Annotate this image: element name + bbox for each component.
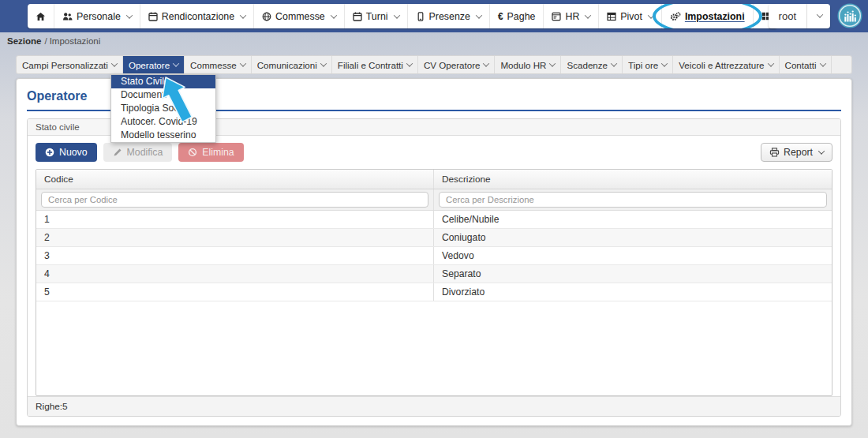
chevron-down-icon xyxy=(549,60,556,66)
menu-item-autocer-covid-19[interactable]: Autocer. Covid-19 xyxy=(111,115,215,129)
document-window-icon xyxy=(552,12,561,21)
subnav-item-scadenze[interactable]: Scadenze xyxy=(561,56,623,73)
user-menu-caret[interactable] xyxy=(806,4,830,28)
column-header-codice[interactable]: Codice xyxy=(36,170,434,189)
subnav-item-filiali-e-contratti[interactable]: Filiali e Contratti xyxy=(332,56,418,73)
tablet-icon xyxy=(416,12,425,21)
nav-item-presenze[interactable]: Presenze xyxy=(408,4,490,28)
nav-item-personale[interactable]: Personale xyxy=(54,4,140,28)
nav-item-label: Presenze xyxy=(429,11,470,22)
plus-circle-icon xyxy=(45,148,54,157)
chevron-down-icon xyxy=(767,60,773,66)
chevron-down-icon xyxy=(611,60,617,66)
navbar-right: root xyxy=(769,3,862,28)
subnav-item-comunicazioni[interactable]: Comunicazioni xyxy=(252,56,332,73)
menu-item-modello-tesserino[interactable]: Modello tesserino xyxy=(111,129,215,142)
top-navbar: Personale Rendicontazione Commesse Turni… xyxy=(0,0,868,32)
calendar-icon xyxy=(353,12,362,21)
filter-descrizione-input[interactable] xyxy=(439,192,827,208)
settings-subnav: Campi Personalizzati Operatore Commesse … xyxy=(16,55,852,74)
subnav-item-tipi-ore[interactable]: Tipi ore xyxy=(623,56,673,73)
nav-item-paghe[interactable]: € Paghe xyxy=(490,4,544,28)
table-row[interactable]: 4 Separato xyxy=(36,265,832,283)
chevron-down-icon xyxy=(240,12,246,18)
panel-body: Nuovo Modifica Elimina Report xyxy=(28,136,840,396)
chevron-down-icon xyxy=(819,60,825,66)
ban-icon xyxy=(188,148,197,157)
new-button[interactable]: Nuovo xyxy=(36,143,97,162)
table-toolbar: Nuovo Modifica Elimina Report xyxy=(36,143,832,162)
chevron-down-icon xyxy=(817,11,823,17)
table-row[interactable]: 2 Coniugato xyxy=(36,229,832,247)
chevron-down-icon xyxy=(111,60,118,66)
chevron-down-icon xyxy=(476,12,482,18)
app-logo[interactable] xyxy=(837,3,862,28)
euro-icon: € xyxy=(498,11,503,22)
table-row[interactable]: 5 Divorziato xyxy=(36,283,832,301)
chevron-down-icon xyxy=(483,60,489,66)
operatore-dropdown-menu: Stato Civile Documenti Tipologia Soci Au… xyxy=(110,74,216,143)
table-empty-area xyxy=(36,301,832,395)
nav-item-label: Impostazioni xyxy=(685,11,745,22)
nav-item-label: Rendicontazione xyxy=(162,11,234,22)
chevron-down-icon xyxy=(661,60,668,66)
nav-item-label: Paghe xyxy=(507,11,536,22)
menu-item-stato-civile[interactable]: Stato Civile xyxy=(111,75,215,88)
stato-civile-table: Codice Descrizione 1 Celibe/Nubile 2 Con… xyxy=(36,169,832,396)
calendar-icon xyxy=(148,12,158,21)
nav-item-rendicontazione[interactable]: Rendicontazione xyxy=(140,4,254,28)
nav-item-label: Commesse xyxy=(275,11,325,22)
user-name-label: root xyxy=(769,10,806,22)
main-menu-bar: Personale Rendicontazione Commesse Turni… xyxy=(28,4,777,28)
printer-icon xyxy=(769,148,780,157)
nav-item-label: HR xyxy=(565,11,579,22)
nav-item-impostazioni[interactable]: Impostazioni xyxy=(662,4,754,28)
subnav-item-cv-operatore[interactable]: CV Operatore xyxy=(418,56,496,73)
table-row[interactable]: 1 Celibe/Nubile xyxy=(36,211,832,229)
breadcrumb-current: Impostazioni xyxy=(50,36,101,46)
nav-item-home[interactable] xyxy=(28,4,54,28)
table-icon xyxy=(607,12,616,21)
people-icon xyxy=(62,12,73,21)
subnav-item-veicoli-e-attrezzature[interactable]: Veicoli e Attrezzature xyxy=(673,56,779,73)
nav-item-label: Personale xyxy=(77,11,121,22)
subnav-item-campi-personalizzati[interactable]: Campi Personalizzati xyxy=(17,56,123,73)
report-button[interactable]: Report xyxy=(761,143,832,162)
delete-button[interactable]: Elimina xyxy=(178,143,243,162)
chevron-down-icon xyxy=(585,12,591,18)
table-header-row: Codice Descrizione xyxy=(36,170,832,189)
nav-item-commesse[interactable]: Commesse xyxy=(254,4,345,28)
table-row[interactable]: 3 Vedovo xyxy=(36,247,832,265)
column-header-descrizione[interactable]: Descrizione xyxy=(434,170,832,189)
rows-count-label: Righe:5 xyxy=(28,396,840,416)
subnav-item-contatti[interactable]: Contatti xyxy=(780,56,832,73)
chevron-down-icon xyxy=(240,60,246,66)
chevron-down-icon xyxy=(331,12,337,18)
menu-item-documenti[interactable]: Documenti xyxy=(111,88,215,102)
chevron-down-icon xyxy=(320,60,327,66)
chevron-down-icon xyxy=(126,12,133,18)
nav-item-pivot[interactable]: Pivot xyxy=(599,4,662,28)
filter-codice-input[interactable] xyxy=(41,192,428,208)
chevron-down-icon xyxy=(393,12,399,18)
nav-item-label: Pivot xyxy=(620,11,642,22)
subnav-item-commesse[interactable]: Commesse xyxy=(185,56,252,73)
chevron-down-icon xyxy=(818,148,825,154)
nav-item-label: Turni xyxy=(366,11,388,22)
breadcrumb-section[interactable]: Sezione xyxy=(7,36,41,46)
user-menu-button[interactable]: root xyxy=(769,4,830,28)
chevron-down-icon xyxy=(173,60,179,66)
nav-item-hr[interactable]: HR xyxy=(544,4,599,28)
edit-button[interactable]: Modifica xyxy=(103,143,173,162)
stato-civile-panel: Stato civile Nuovo Modifica Elimina Repo… xyxy=(27,118,841,417)
chevron-down-icon xyxy=(406,60,413,66)
pencil-icon xyxy=(113,148,122,157)
subnav-item-modulo-hr[interactable]: Modulo HR xyxy=(495,56,561,73)
nav-item-turni[interactable]: Turni xyxy=(345,4,408,28)
globe-icon xyxy=(262,12,271,21)
breadcrumb: Sezione/Impostazioni xyxy=(7,36,100,46)
gears-icon xyxy=(670,12,681,21)
chevron-down-icon xyxy=(648,12,654,18)
subnav-item-operatore[interactable]: Operatore xyxy=(123,56,185,73)
menu-item-tipologia-soci[interactable]: Tipologia Soci xyxy=(111,102,215,115)
